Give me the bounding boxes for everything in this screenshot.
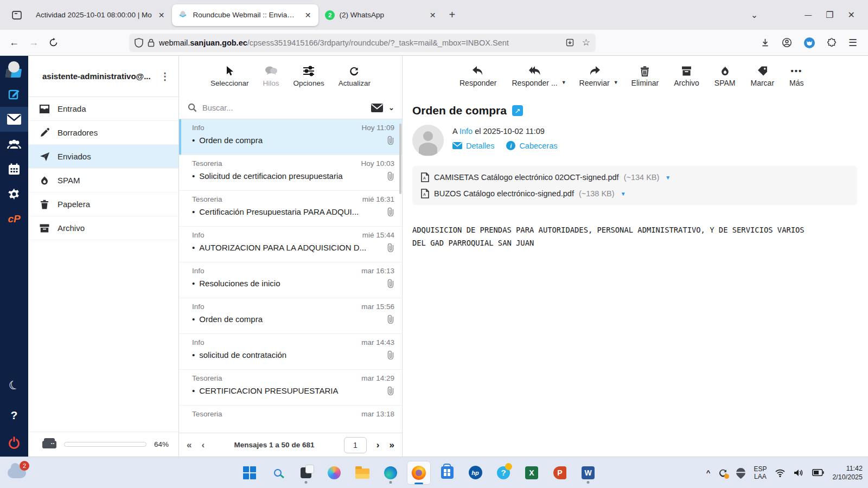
logout-power-icon[interactable] bbox=[9, 438, 20, 449]
recipient-link[interactable]: Info bbox=[459, 127, 473, 136]
tab-whatsapp[interactable]: 2 (2) WhatsApp ✕ bbox=[318, 4, 443, 26]
sync-update-icon[interactable] bbox=[718, 468, 728, 478]
folder-archivo[interactable]: Archivo bbox=[28, 216, 178, 240]
rail-calendar-button[interactable] bbox=[0, 157, 28, 182]
extensions-puzzle-icon[interactable] bbox=[827, 38, 837, 48]
search-options-chevron-icon[interactable]: ⌄ bbox=[388, 104, 394, 112]
lock-icon[interactable] bbox=[148, 38, 155, 47]
folder-enviados[interactable]: Enviados bbox=[28, 145, 178, 169]
reply-button[interactable]: Responder bbox=[459, 66, 497, 87]
save-page-icon[interactable] bbox=[565, 38, 575, 47]
firefox-button[interactable] bbox=[407, 461, 431, 485]
tracking-shield-icon[interactable] bbox=[135, 38, 143, 48]
restore-button[interactable]: ❐ bbox=[826, 10, 833, 20]
url-bar[interactable]: webmail.sanjuan.gob.ec/cpsess3519415166/… bbox=[129, 34, 596, 52]
bookmark-star-icon[interactable]: ☆ bbox=[582, 37, 590, 48]
tab-close-icon[interactable]: ✕ bbox=[303, 10, 314, 21]
file-explorer-button[interactable] bbox=[350, 461, 374, 485]
compose-button[interactable] bbox=[0, 82, 28, 107]
message-row[interactable]: Tesoreriamié 16:31 •Certificación Presup… bbox=[179, 191, 402, 227]
language-indicator[interactable]: ESP LAA bbox=[754, 465, 767, 480]
message-row[interactable]: Infomié 15:44 •AUTORIZACION PARA LA ADQU… bbox=[179, 227, 402, 262]
cpanel-link[interactable]: cP bbox=[0, 207, 28, 232]
tray-overflow-chevron-icon[interactable]: ^ bbox=[706, 468, 711, 477]
list-scrollbar[interactable] bbox=[399, 124, 401, 194]
new-tab-button[interactable]: + bbox=[443, 9, 461, 21]
next-page-button[interactable]: › bbox=[376, 440, 380, 451]
copilot-button[interactable] bbox=[322, 461, 346, 485]
forward-dropdown-icon[interactable]: ▼ bbox=[614, 80, 618, 85]
options-button[interactable]: Opciones bbox=[293, 66, 324, 87]
folder-entrada[interactable]: Entrada bbox=[28, 97, 178, 121]
firefox-view-button[interactable] bbox=[8, 6, 26, 24]
attachment-item[interactable]: A CAMISETAS Catálogo electrónico 02OCT-s… bbox=[421, 172, 848, 182]
message-row[interactable]: Tesoreriamar 13:18 bbox=[179, 406, 402, 433]
start-button[interactable] bbox=[238, 461, 261, 485]
microsoft-store-button[interactable] bbox=[435, 461, 459, 485]
threads-button[interactable]: Hilos bbox=[263, 66, 279, 87]
folder-spam[interactable]: SPAM bbox=[28, 169, 178, 192]
dark-mode-icon[interactable]: ☾ bbox=[7, 377, 21, 394]
help-icon[interactable]: ? bbox=[11, 409, 18, 422]
extension-fox-icon[interactable] bbox=[804, 37, 815, 48]
first-page-button[interactable]: « bbox=[187, 440, 192, 451]
forward-button[interactable]: Reenviar ▼ bbox=[579, 66, 610, 87]
tab-actividad[interactable]: Actividad 2025-10-01 08:00:00 | Mo ✕ bbox=[29, 4, 172, 26]
attachment-item[interactable]: A BUZOS Catálogo electrónico-signed.pdf … bbox=[421, 189, 848, 198]
rail-mail-button[interactable] bbox=[0, 107, 28, 132]
close-button[interactable]: ✕ bbox=[848, 10, 855, 20]
folder-borradores[interactable]: Borradores bbox=[28, 121, 178, 145]
archive-button[interactable]: Archivo bbox=[674, 66, 699, 87]
attachment-menu-icon[interactable]: ▼ bbox=[665, 175, 671, 181]
onedrive-corner[interactable]: 2 bbox=[8, 467, 26, 478]
spam-button[interactable]: SPAM bbox=[714, 66, 736, 87]
rail-settings-button[interactable] bbox=[0, 182, 28, 207]
tab-roundcube[interactable]: Roundcube Webmail :: Enviados ✕ bbox=[172, 4, 318, 26]
search-bar[interactable]: Buscar... ⌄ bbox=[179, 97, 402, 119]
tab-close-icon[interactable]: ✕ bbox=[156, 10, 167, 21]
rail-contacts-button[interactable] bbox=[0, 132, 28, 157]
reload-button[interactable] bbox=[44, 34, 62, 52]
open-in-new-window-icon[interactable]: ↗ bbox=[512, 105, 523, 116]
volume-icon[interactable] bbox=[794, 468, 804, 477]
reply-all-button[interactable]: Responder ... ▼ bbox=[512, 66, 558, 87]
quiet-hours-icon[interactable] bbox=[735, 466, 748, 479]
details-toggle[interactable]: Detalles bbox=[452, 142, 494, 150]
downloads-icon[interactable] bbox=[761, 38, 770, 47]
minimize-button[interactable]: — bbox=[805, 11, 812, 19]
menu-icon[interactable]: ☰ bbox=[848, 37, 857, 49]
message-row[interactable]: Infomar 15:56 •Orden de compra bbox=[179, 298, 402, 334]
powerpoint-button[interactable]: P bbox=[548, 461, 572, 485]
help-app-button[interactable]: ? bbox=[492, 461, 515, 485]
folder-options-kebab-icon[interactable]: ⋮ bbox=[157, 70, 173, 82]
task-view-button[interactable] bbox=[294, 461, 318, 485]
more-button[interactable]: ••• Más bbox=[789, 66, 803, 87]
tab-close-icon[interactable]: ✕ bbox=[427, 10, 438, 21]
search-button[interactable] bbox=[266, 461, 290, 485]
hp-app-button[interactable]: hp bbox=[463, 461, 487, 485]
mark-button[interactable]: Marcar bbox=[751, 66, 775, 87]
headers-toggle[interactable]: i Cabeceras bbox=[506, 141, 557, 150]
reply-all-dropdown-icon[interactable]: ▼ bbox=[561, 80, 566, 85]
word-button[interactable]: W bbox=[576, 461, 600, 485]
list-all-tabs-icon[interactable]: ⌄ bbox=[751, 10, 758, 20]
select-button[interactable]: Seleccionar bbox=[210, 66, 249, 87]
account-icon[interactable] bbox=[782, 37, 792, 48]
excel-button[interactable]: X bbox=[520, 461, 544, 485]
clock[interactable]: 11:42 2/10/2025 bbox=[832, 464, 863, 481]
message-row[interactable]: InfoHoy 11:09 •Orden de compra bbox=[179, 119, 402, 155]
page-number-input[interactable]: 1 bbox=[344, 437, 367, 453]
scope-envelope-icon[interactable] bbox=[371, 104, 383, 112]
wifi-icon[interactable] bbox=[775, 468, 786, 477]
edge-button[interactable] bbox=[379, 461, 403, 485]
folder-papelera[interactable]: Papelera bbox=[28, 192, 178, 216]
attachment-menu-icon[interactable]: ▼ bbox=[621, 191, 626, 197]
battery-icon[interactable] bbox=[812, 469, 824, 476]
prev-page-button[interactable]: ‹ bbox=[201, 440, 205, 451]
message-row[interactable]: Infomar 14:43 •solicitud de contratación bbox=[179, 334, 402, 370]
forward-button[interactable]: → bbox=[25, 34, 42, 52]
message-row[interactable]: TesoreriaHoy 10:03 •Solicitud de certifi… bbox=[179, 155, 402, 191]
back-button[interactable]: ← bbox=[5, 34, 23, 52]
refresh-button[interactable]: Actualizar bbox=[339, 66, 371, 87]
delete-button[interactable]: Eliminar bbox=[631, 66, 659, 87]
